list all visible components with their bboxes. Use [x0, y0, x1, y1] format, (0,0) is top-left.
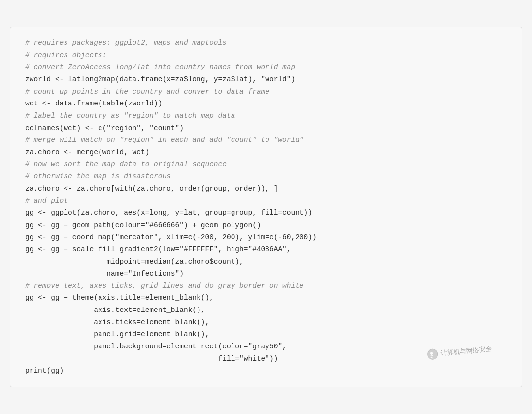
code-line: gg <- gg + geom_path(colour="#666666") +…	[25, 219, 507, 232]
code-line: midpoint=median(za.choro$count),	[25, 256, 507, 268]
code-line: gg <- gg + scale_fill_gradient2(low="#FF…	[25, 243, 507, 256]
comment-line: # label the country as "region" to match…	[25, 110, 507, 122]
code-container: # requires packages: ggplot2, maps and m…	[10, 27, 522, 387]
code-line: axis.text=element_blank(),	[25, 304, 507, 316]
code-line: axis.ticks=element_blank(),	[25, 316, 507, 329]
comment-line: # merge will match on "region" in each a…	[25, 134, 507, 146]
svg-line-2	[432, 355, 432, 358]
comment-line: # and plot	[25, 195, 507, 207]
code-line: za.choro <- za.choro[with(za.choro, orde…	[25, 183, 507, 195]
comment-line: # count up points in the country and con…	[25, 86, 507, 98]
comment-line: # convert ZeroAccess long/lat into count…	[25, 61, 507, 73]
comment-line: # requires objects:	[25, 49, 507, 62]
code-line: colnames(wct) <- c("region", "count")	[25, 122, 507, 135]
code-line: name="Infections")	[25, 268, 507, 280]
code-line: gg <- gg + coord_map("mercator", xlim=c(…	[25, 231, 507, 243]
code-line: print(gg)	[25, 365, 507, 377]
code-line: gg <- gg + theme(axis.title=element_blan…	[25, 292, 507, 304]
code-block: # requires packages: ggplot2, maps and m…	[25, 37, 507, 377]
code-line: wct <- data.frame(table(zworld))	[25, 98, 507, 110]
code-line: gg <- ggplot(za.choro, aes(x=long, y=lat…	[25, 207, 507, 219]
code-line: panel.grid=element_blank(),	[25, 328, 507, 341]
comment-line: # otherwise the map is disasterous	[25, 171, 507, 183]
comment-line: # remove text, axes ticks, grid lines an…	[25, 280, 507, 292]
svg-line-3	[430, 356, 433, 356]
comment-line: # requires packages: ggplot2, maps and m…	[25, 37, 507, 49]
code-line: za.choro <- merge(world, wct)	[25, 146, 507, 159]
watermark-icon	[427, 348, 438, 360]
code-line: zworld <- latlong2map(data.frame(x=za$lo…	[25, 73, 507, 86]
comment-line: # now we sort the map data to original s…	[25, 158, 507, 171]
